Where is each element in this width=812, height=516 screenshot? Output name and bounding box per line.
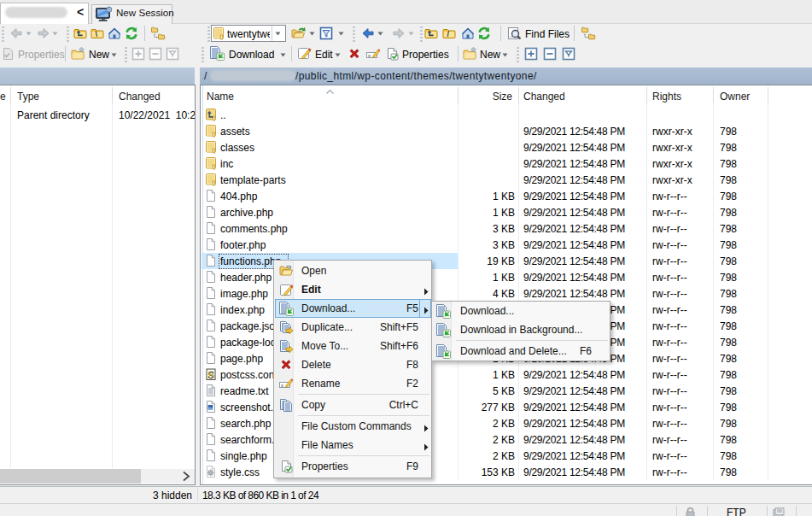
svg-text:S: S bbox=[208, 368, 214, 381]
svg-text:x: x bbox=[368, 53, 371, 58]
svg-text:x: x bbox=[281, 383, 283, 388]
